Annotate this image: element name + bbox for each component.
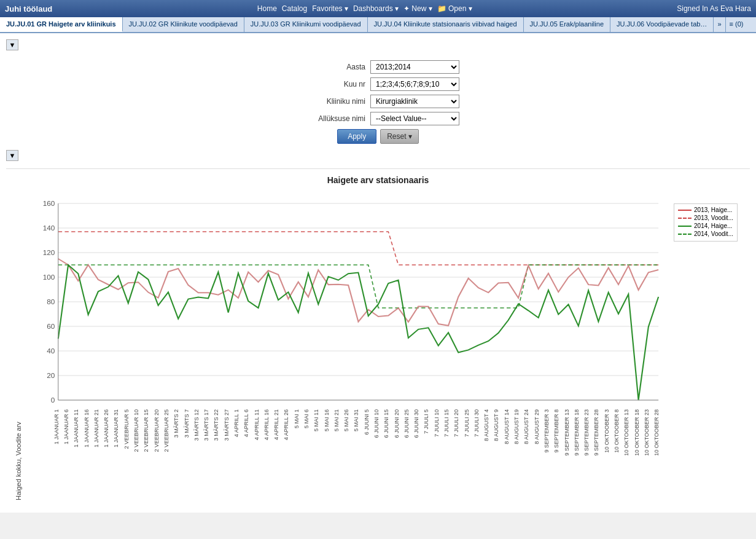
tab-2[interactable]: JU.JU.03 GR Kliinikumi voodipäevad <box>244 17 368 32</box>
svg-text:5 MAI 11: 5 MAI 11 <box>313 409 319 431</box>
svg-text:9 SEPTEMBER 13: 9 SEPTEMBER 13 <box>563 409 569 455</box>
svg-text:9 SEPTEMBER 18: 9 SEPTEMBER 18 <box>574 409 580 455</box>
nav-dashboards[interactable]: Dashboards ▾ <box>353 4 399 13</box>
chart-inner: 0204060801001201401601 JAANUAR 11 JAANUA… <box>22 191 744 500</box>
filter-form: Aasta 2013;2014 Kuu nr 1;2;3;4;5;6;7;8;9… <box>6 54 750 150</box>
aasta-select[interactable]: 2013;2014 <box>370 60 459 74</box>
alluks-select[interactable]: --Select Value-- <box>370 112 459 125</box>
tab-more[interactable]: » <box>714 17 725 32</box>
kuu-label: Kuu nr <box>297 80 370 89</box>
chart-section: Haigete arv statsionaaris Haiged kokku, … <box>6 168 750 506</box>
svg-text:8 AUGUST 4: 8 AUGUST 4 <box>483 409 489 441</box>
kliiniku-label: Kliiniku nimi <box>297 97 370 106</box>
collapse-button-2[interactable]: ▼ <box>6 150 18 161</box>
top-nav: Home Catalog Favorites ▾ Dashboards ▾ ✦ … <box>257 4 472 13</box>
svg-text:8 AUGUST 14: 8 AUGUST 14 <box>504 409 510 444</box>
collapse-button[interactable]: ▼ <box>6 39 18 50</box>
nav-home[interactable]: Home <box>257 4 277 13</box>
svg-text:140: 140 <box>43 224 55 232</box>
svg-text:6 JUUNI 15: 6 JUUNI 15 <box>383 409 389 438</box>
svg-text:9 SEPTEMBER 8: 9 SEPTEMBER 8 <box>553 409 559 452</box>
svg-text:100: 100 <box>43 273 55 281</box>
svg-text:3 MÄRTS 17: 3 MÄRTS 17 <box>203 409 209 441</box>
svg-text:4 APRILL 1: 4 APRILL 1 <box>233 409 240 437</box>
svg-text:9 SEPTEMBER 23: 9 SEPTEMBER 23 <box>583 409 590 455</box>
chart-title: Haigete arv statsionaaris <box>12 175 744 185</box>
nav-catalog[interactable]: Catalog <box>282 4 307 13</box>
svg-text:8 AUGUST 29: 8 AUGUST 29 <box>533 409 539 444</box>
tab-1[interactable]: JU.JU.02 GR Kliinikute voodipäevad <box>123 17 244 32</box>
chart-svg: 0204060801001201401601 JAANUAR 11 JAANUA… <box>22 191 744 498</box>
legend-line-1 <box>678 218 692 219</box>
svg-text:5 MAI 21: 5 MAI 21 <box>333 409 340 431</box>
svg-text:3 MÄRTS 2: 3 MÄRTS 2 <box>173 409 179 438</box>
svg-text:3 MÄRTS 27: 3 MÄRTS 27 <box>223 409 229 441</box>
tab-3[interactable]: JU.JU.04 Kliinikute statsionaaris viibiv… <box>368 17 524 32</box>
legend-label-0: 2013, Haige... <box>694 207 732 213</box>
svg-text:7 JUULI 10: 7 JUULI 10 <box>434 409 440 437</box>
svg-text:3 MÄRTS 22: 3 MÄRTS 22 <box>213 409 219 441</box>
alluks-label: Allüksuse nimi <box>297 114 370 123</box>
svg-text:40: 40 <box>47 347 55 355</box>
apply-button[interactable]: Apply <box>337 129 376 144</box>
svg-text:6 JUUNI 10: 6 JUUNI 10 <box>373 409 380 438</box>
legend-label-1: 2013, Voodit... <box>694 214 733 221</box>
legend-item-1: 2013, Voodit... <box>678 214 733 221</box>
svg-text:4 APRILL 6: 4 APRILL 6 <box>243 409 249 437</box>
svg-text:2 VEEBRUAR 5: 2 VEEBRUAR 5 <box>123 409 130 449</box>
chart-legend: 2013, Haige... 2013, Voodit... 2014, Hai… <box>674 203 738 242</box>
svg-text:7 JUULI 15: 7 JUULI 15 <box>443 409 450 437</box>
svg-text:10 OKTOOBER 23: 10 OKTOOBER 23 <box>644 409 650 456</box>
kliiniku-select[interactable]: Kirurgiaklinik <box>370 95 459 108</box>
tab-4[interactable]: JU.JU.05 Erak/plaaniline <box>524 17 610 32</box>
svg-text:2 VEEBRUAR 10: 2 VEEBRUAR 10 <box>133 409 139 452</box>
svg-text:4 APRILL 11: 4 APRILL 11 <box>253 409 259 440</box>
svg-text:7 JUULI 5: 7 JUULI 5 <box>423 409 429 434</box>
svg-text:7 JUULI 30: 7 JUULI 30 <box>473 409 480 437</box>
svg-text:5 MAI 26: 5 MAI 26 <box>343 409 349 431</box>
svg-text:6 JUUNI 20: 6 JUUNI 20 <box>393 409 399 438</box>
signed-in-label: Signed In As Eva Hara <box>677 4 751 13</box>
svg-text:5 MAI 16: 5 MAI 16 <box>323 409 329 431</box>
svg-text:1 JAANUAR 26: 1 JAANUAR 26 <box>103 409 109 447</box>
tab-0[interactable]: JU.JU.01 GR Haigete arv kliinikuis <box>0 17 123 32</box>
svg-text:2 VEEBRUAR 15: 2 VEEBRUAR 15 <box>143 409 149 452</box>
legend-item-3: 2014, Voodit... <box>678 230 733 237</box>
filter-row-kliiniku: Kliiniku nimi Kirurgiaklinik <box>18 95 738 108</box>
svg-text:1 JAANUAR 1: 1 JAANUAR 1 <box>53 409 59 444</box>
svg-text:10 OKTOOBER 13: 10 OKTOOBER 13 <box>623 409 629 456</box>
svg-text:160: 160 <box>43 200 55 207</box>
main-content: ▼ Aasta 2013;2014 Kuu nr 1;2;3;4;5;6;7;8… <box>0 33 756 513</box>
aasta-label: Aasta <box>297 63 370 71</box>
svg-text:5 MAI 1: 5 MAI 1 <box>293 409 299 428</box>
svg-text:7 JUULI 25: 7 JUULI 25 <box>463 409 469 437</box>
svg-text:1 JAANUAR 31: 1 JAANUAR 31 <box>113 409 119 447</box>
app-title: Juhi töölaud <box>5 4 52 14</box>
tab-5[interactable]: JU.JU.06 Voodipäevade tab… <box>610 17 714 32</box>
svg-text:1 JAANUAR 11: 1 JAANUAR 11 <box>73 409 79 447</box>
svg-text:2 VEEBRUAR 20: 2 VEEBRUAR 20 <box>153 409 159 452</box>
svg-text:9 SEPTEMBER 3: 9 SEPTEMBER 3 <box>544 409 550 452</box>
top-bar: Juhi töölaud Home Catalog Favorites ▾ Da… <box>0 0 756 17</box>
svg-text:120: 120 <box>43 249 55 256</box>
reset-button[interactable]: Reset ▾ <box>380 129 419 144</box>
svg-text:6 JUUNI 30: 6 JUUNI 30 <box>413 409 419 438</box>
chart-container: Haiged kokku, Voodite arv 02040608010012… <box>12 191 744 500</box>
nav-new[interactable]: ✦ New ▾ <box>403 4 432 13</box>
svg-text:80: 80 <box>47 298 55 305</box>
svg-text:1 JAANUAR 6: 1 JAANUAR 6 <box>63 409 69 444</box>
legend-line-3 <box>678 234 692 235</box>
svg-text:1 JAANUAR 16: 1 JAANUAR 16 <box>83 409 89 447</box>
svg-text:8 AUGUST 24: 8 AUGUST 24 <box>523 409 529 444</box>
legend-line-2 <box>678 226 692 227</box>
svg-text:7 JUULI 20: 7 JUULI 20 <box>453 409 459 437</box>
svg-text:1 JAANUAR 21: 1 JAANUAR 21 <box>93 409 99 447</box>
svg-text:0: 0 <box>51 396 55 404</box>
filter-row-aasta: Aasta 2013;2014 <box>18 60 738 74</box>
nav-favorites[interactable]: Favorites ▾ <box>312 4 348 13</box>
kuu-select[interactable]: 1;2;3;4;5;6;7;8;9;10 <box>370 77 459 91</box>
nav-open[interactable]: 📁 Open ▾ <box>437 4 472 13</box>
legend-label-2: 2014, Haige... <box>694 222 732 229</box>
legend-label-3: 2014, Voodit... <box>694 230 733 237</box>
button-row: Apply Reset ▾ <box>18 129 738 144</box>
